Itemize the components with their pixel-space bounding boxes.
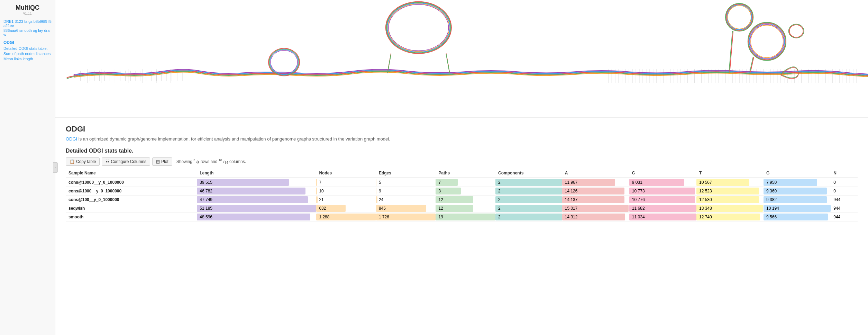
copy-table-button[interactable]: 📋 Copy table xyxy=(66,157,100,166)
svg-point-92 xyxy=(728,6,751,29)
plain-cell: cons@100__y_0_1000000 xyxy=(66,196,197,204)
bar-cell: 21 xyxy=(316,196,376,204)
svg-point-90 xyxy=(726,4,752,30)
bar-cell: 14 126 xyxy=(562,187,629,196)
logo-name: MultiQC xyxy=(3,4,52,11)
table-row: cons@100__y_0_100000047 749212412214 137… xyxy=(66,196,858,204)
bar-cell: 13 348 xyxy=(696,204,764,213)
col-header-g: G xyxy=(764,169,831,178)
svg-point-84 xyxy=(389,4,448,51)
sidebar-collapse-button[interactable]: ‹ xyxy=(53,162,58,173)
logo: MultiQC v1.11 xyxy=(3,4,52,15)
bar-cell: 39 515 xyxy=(197,178,316,187)
bar-cell: 15 017 xyxy=(562,204,629,213)
bar-cell: 845 xyxy=(376,204,436,213)
plain-cell: 0 xyxy=(831,187,858,196)
sidebar-link-sum[interactable]: Sum of path node distances xyxy=(3,52,52,56)
col-header-a: A xyxy=(562,169,629,178)
col-header-length: Length xyxy=(197,169,316,178)
svg-point-99 xyxy=(789,25,803,37)
svg-point-80 xyxy=(386,2,451,54)
bar-cell: 7 950 xyxy=(764,178,831,187)
graph-visualization xyxy=(55,0,868,118)
cols-label: columns. xyxy=(229,159,246,164)
showing-cols: 10 xyxy=(219,159,222,162)
svg-point-91 xyxy=(727,5,752,30)
svg-point-97 xyxy=(751,25,783,58)
plain-cell: 944 xyxy=(831,213,858,221)
col-header-edges: Edges xyxy=(376,169,436,178)
table-toolbar: 📋 Copy table ☷ Configure Columns ▤ Plot … xyxy=(66,157,858,166)
bar-cell: 12 530 xyxy=(696,196,764,204)
bar-cell: 24 xyxy=(376,196,436,204)
rows-label: rows and xyxy=(201,159,218,164)
section-desc-text: is an optimized dynamic graph/genome imp… xyxy=(77,136,390,142)
bar-cell: 2 xyxy=(495,213,562,221)
svg-point-85 xyxy=(268,48,300,76)
sidebar: MultiQC v1.11 DRB1 3123 fa gz b8b96f9 f5… xyxy=(0,0,55,228)
copy-label: Copy table xyxy=(76,159,96,164)
main-content: ODGI ODGI is an optimized dynamic graph/… xyxy=(55,0,868,228)
bar-cell: 9 360 xyxy=(764,187,831,196)
bar-cell: 5 xyxy=(376,178,436,187)
content-section: ODGI ODGI is an optimized dynamic graph/… xyxy=(55,118,868,228)
total-cols: 14 xyxy=(224,161,228,165)
nav-link-drb1[interactable]: DRB1 3123 fa gz b8b96f9 f5a21ee xyxy=(3,19,52,28)
bar-cell: 9 566 xyxy=(764,213,831,221)
table-row: smooth48 5961 2881 72619214 31211 03412 … xyxy=(66,213,858,221)
bar-cell: 10 567 xyxy=(696,178,764,187)
svg-point-86 xyxy=(269,49,299,75)
bar-cell: 10 776 xyxy=(629,196,696,204)
col-header-sample: Sample Name xyxy=(66,169,197,178)
bar-cell: 11 034 xyxy=(629,213,696,221)
plain-cell: seqwish xyxy=(66,204,197,213)
bar-cell: 48 596 xyxy=(197,213,316,221)
svg-point-95 xyxy=(749,24,785,59)
plain-cell: 944 xyxy=(831,204,858,213)
svg-point-93 xyxy=(748,22,786,61)
plot-button[interactable]: ▤ Plot xyxy=(152,157,172,166)
odgi-link[interactable]: ODGI xyxy=(66,136,77,142)
bar-cell: 14 137 xyxy=(562,196,629,204)
stats-table: Sample Name Length Nodes Edges Paths Com… xyxy=(66,169,858,221)
svg-point-81 xyxy=(386,2,450,53)
bar-cell: 9 xyxy=(376,187,436,196)
subsection-title: Detailed ODGI stats table. xyxy=(66,148,858,154)
col-header-n: N xyxy=(831,169,858,178)
logo-version: v1.11 xyxy=(3,11,52,15)
toolbar-info: Showing 5 /5 rows and 10 /14 columns. xyxy=(176,159,246,165)
bar-cell: 14 312 xyxy=(562,213,629,221)
sidebar-link-mean[interactable]: Mean links length xyxy=(3,57,52,61)
svg-line-106 xyxy=(750,57,753,73)
col-header-components: Components xyxy=(495,169,562,178)
bar-cell: 10 194 xyxy=(764,204,831,213)
col-header-nodes: Nodes xyxy=(316,169,376,178)
col-header-t: T xyxy=(696,169,764,178)
bar-cell: 46 782 xyxy=(197,187,316,196)
configure-columns-button[interactable]: ☷ Configure Columns xyxy=(102,157,150,166)
bar-cell: 2 xyxy=(495,196,562,204)
bar-cell: 7 xyxy=(436,178,495,187)
showing-rows: 5 xyxy=(193,159,195,162)
total-rows: 5 xyxy=(198,161,200,165)
sidebar-section-odgi: ODGI xyxy=(3,40,52,45)
plain-cell: cons@1000__y_0_1000000 xyxy=(66,187,197,196)
nav-link-smooth[interactable]: 836aaa6 smooth og lay draw xyxy=(3,28,52,37)
plain-cell: cons@10000__y_0_1000000 xyxy=(66,178,197,187)
bar-cell: 1 288 xyxy=(316,213,376,221)
svg-line-103 xyxy=(446,54,450,73)
table-row: cons@10000__y_0_100000039 515757211 9679… xyxy=(66,178,858,187)
plot-icon: ▤ xyxy=(156,159,160,164)
table-row: cons@1000__y_0_100000046 7821098214 1261… xyxy=(66,187,858,196)
plain-cell: 0 xyxy=(831,178,858,187)
plain-cell: 944 xyxy=(831,196,858,204)
showing-text: Showing xyxy=(176,159,192,164)
section-description: ODGI is an optimized dynamic graph/genom… xyxy=(66,136,858,142)
bar-cell: 19 xyxy=(436,213,495,221)
svg-point-88 xyxy=(271,51,298,74)
sidebar-link-detailed[interactable]: Detailed ODGI stats table. xyxy=(3,46,52,51)
svg-line-107 xyxy=(750,57,754,73)
svg-line-104 xyxy=(729,31,732,73)
svg-point-89 xyxy=(725,3,753,31)
bar-cell: 2 xyxy=(495,187,562,196)
